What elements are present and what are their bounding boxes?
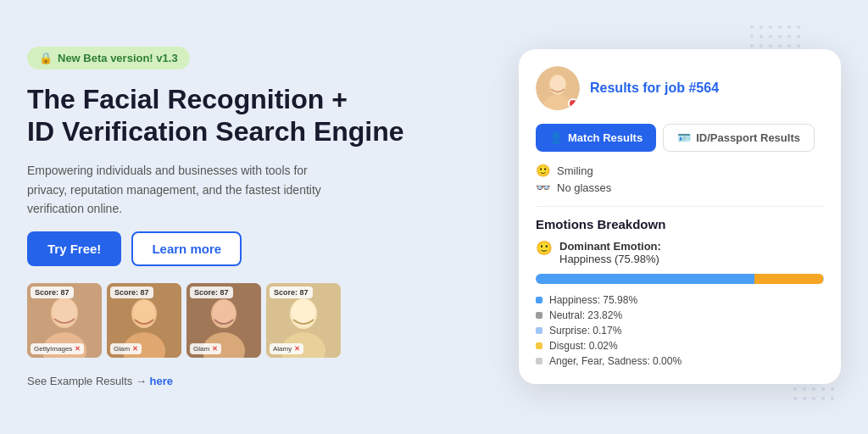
dominant-label: Dominant Emotion: xyxy=(559,240,661,253)
face-attributes: 🙂 Smiling 👓 No glasses xyxy=(536,164,824,194)
score-badge: Score: 87 xyxy=(31,287,74,298)
source-badge: Glam ✕ xyxy=(190,343,221,354)
smiling-label: Smiling xyxy=(557,164,593,177)
neutral-dot xyxy=(536,312,542,319)
disgust-label: Disgust: 0.02% xyxy=(549,340,618,352)
result-card: Score: 87 Alamy ✕ xyxy=(266,283,341,358)
other-dot xyxy=(536,358,542,364)
tab-match-results[interactable]: 👤 Match Results xyxy=(536,124,656,152)
happiness-label: Happiness: 75.98% xyxy=(549,294,637,306)
emotions-section: Emotions Breakdown 🙂 Dominant Emotion: H… xyxy=(536,206,824,367)
result-card: Score: 87 Glam ✕ xyxy=(107,283,181,358)
source-badge: Alamy ✕ xyxy=(270,343,303,354)
tabs-row: 👤 Match Results 🪪 ID/Passport Results xyxy=(536,124,824,152)
example-text: See Example Results → xyxy=(27,375,147,387)
face-attr-smiling: 🙂 Smiling xyxy=(536,164,824,177)
glasses-label: No glasses xyxy=(557,181,611,194)
emotion-item-disgust: Disgust: 0.02% xyxy=(536,340,824,352)
other-label: Anger, Fear, Sadness: 0.00% xyxy=(549,355,682,367)
emotion-bar xyxy=(536,274,824,284)
emotion-item-surprise: Surprise: 0.17% xyxy=(536,325,824,337)
job-title: Results for job #564 xyxy=(590,81,719,96)
source-badge: GettyImages ✕ xyxy=(31,343,84,354)
smiling-icon: 🙂 xyxy=(536,164,550,177)
tab-match-icon: 👤 xyxy=(549,131,563,144)
dominant-emotion: 🙂 Dominant Emotion: Happiness (75.98%) xyxy=(536,240,824,265)
emotion-item-other: Anger, Fear, Sadness: 0.00% xyxy=(536,355,824,367)
neutral-label: Neutral: 23.82% xyxy=(549,309,622,321)
emotion-list: Happiness: 75.98% Neutral: 23.82% Surpri… xyxy=(536,294,824,367)
try-free-button[interactable]: Try Free! xyxy=(27,231,121,266)
hero-title: The Facial Recognition + ID Verification… xyxy=(27,83,468,148)
phone-mockup: Results for job #564 👤 Match Results 🪪 I… xyxy=(519,49,841,384)
surprise-label: Surprise: 0.17% xyxy=(549,325,621,337)
tab-match-label: Match Results xyxy=(568,131,643,144)
emotion-item-neutral: Neutral: 23.82% xyxy=(536,309,824,321)
right-panel: Results for job #564 👤 Match Results 🪪 I… xyxy=(519,49,841,384)
score-badge: Score: 87 xyxy=(190,287,233,298)
bar-neutral xyxy=(754,274,823,284)
avatar-status-dot xyxy=(568,98,578,108)
avatar xyxy=(536,66,580,110)
dominant-icon: 🙂 xyxy=(536,240,553,256)
surprise-dot xyxy=(536,327,542,334)
svg-point-15 xyxy=(292,299,315,326)
job-header: Results for job #564 xyxy=(536,66,824,110)
example-here-link[interactable]: here xyxy=(150,375,173,387)
tab-id-results[interactable]: 🪪 ID/Passport Results xyxy=(663,124,815,152)
result-card: Score: 87 Glam ✕ xyxy=(186,283,261,358)
face-attr-glasses: 👓 No glasses xyxy=(536,181,824,194)
emotion-item-happiness: Happiness: 75.98% xyxy=(536,294,824,306)
tab-id-label: ID/Passport Results xyxy=(696,131,800,144)
results-preview: Score: 87 GettyImages ✕ Score: 87 Glam ✕ xyxy=(27,283,468,358)
result-card: Score: 87 GettyImages ✕ xyxy=(27,283,102,358)
score-badge: Score: 87 xyxy=(270,287,313,298)
beta-label: New Beta version! v1.3 xyxy=(58,52,178,64)
happiness-dot xyxy=(536,297,542,303)
source-badge: Glam ✕ xyxy=(110,343,142,354)
beta-badge: 🔒 New Beta version! v1.3 xyxy=(27,47,190,70)
emotions-title: Emotions Breakdown xyxy=(536,217,824,231)
hero-subtitle: Empowering individuals and businesses wi… xyxy=(27,161,349,218)
lock-icon: 🔒 xyxy=(39,52,53,64)
bar-happiness xyxy=(536,274,754,284)
glasses-icon: 👓 xyxy=(536,181,550,194)
score-badge: Score: 87 xyxy=(110,287,153,298)
tab-id-icon: 🪪 xyxy=(677,131,691,144)
example-link-row: See Example Results → here xyxy=(27,375,468,387)
svg-point-3 xyxy=(53,298,76,326)
disgust-dot xyxy=(536,342,542,349)
left-panel: 🔒 New Beta version! v1.3 The Facial Reco… xyxy=(27,47,468,388)
cta-buttons: Try Free! Learn more xyxy=(27,231,468,266)
dominant-value: Happiness (75.98%) xyxy=(559,253,659,265)
learn-more-button[interactable]: Learn more xyxy=(131,231,242,266)
dominant-text: Dominant Emotion: Happiness (75.98%) xyxy=(559,240,661,265)
